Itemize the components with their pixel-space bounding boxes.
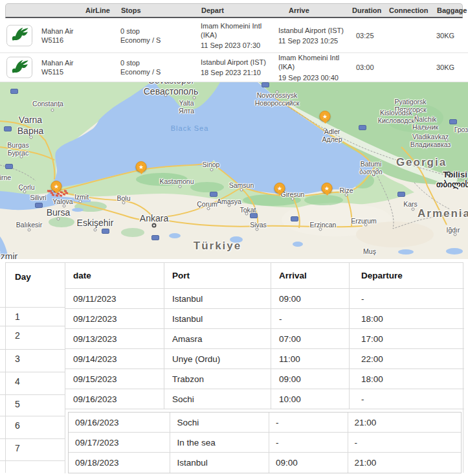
road-shield-icon — [102, 229, 109, 234]
star-icon: ★ — [139, 164, 144, 170]
city-dot — [179, 185, 182, 188]
day-number: 7 — [6, 439, 65, 461]
map-label--: Грозный — [454, 126, 468, 133]
cabin-class: Economy / S — [120, 67, 161, 76]
airline-logo — [6, 57, 32, 78]
map-label-burgas: BurgasБургас — [7, 141, 28, 157]
urban-area-mark — [49, 190, 52, 192]
map-label-edirne: Edirne — [0, 174, 11, 181]
port-cell: Sochi — [170, 413, 269, 432]
col-header-depart: Depart — [201, 6, 224, 14]
day-number: 6 — [6, 416, 65, 439]
map-label-yalta: YaltaЯлта — [179, 99, 194, 115]
map-label-kars: Kars — [403, 200, 418, 208]
airline-name: Mahan Air — [41, 26, 74, 35]
map-label-georgia: Georgia — [396, 156, 447, 169]
map-label-black-sea: Black Sea — [171, 124, 209, 133]
date-cell: 09/11/2023 — [65, 289, 164, 308]
col-header-connection: Connection — [389, 6, 429, 14]
day-number: 3 — [6, 350, 65, 372]
itinerary-row: 09/11/2023 Istanbul 09:00 - — [65, 289, 464, 309]
depart-cell: Istanbul Airport (IST) 18 Sep 2023 21:10 — [201, 58, 277, 78]
arrive-airport: Istanbul Airport (IST) — [278, 25, 355, 34]
road-shield-icon — [250, 213, 258, 218]
map-label-ankara: Ankara — [140, 213, 168, 224]
map-label-erzincan: Erzincan — [310, 221, 337, 229]
map-label-bursa: Bursa — [47, 207, 71, 218]
port-marker-trabzon[interactable]: ★ — [322, 183, 333, 194]
black-sea-map[interactable]: SevastopolСевастопольYaltaЯлтаConstanțaV… — [0, 82, 468, 259]
road-shield-icon — [10, 89, 18, 94]
airline-name-cell: Mahan Air W5115 — [41, 58, 74, 77]
city-dot — [324, 128, 327, 131]
city-dot — [319, 228, 322, 231]
map-label-varna: VarnaВарна — [17, 115, 43, 136]
arrival-cell: 09:00 — [271, 289, 350, 308]
map-label-kastamonu: Kastamonu — [159, 177, 194, 185]
port-cell: Istanbul — [164, 309, 271, 328]
arrive-time: 11 Sep 2023 10:25 — [278, 36, 355, 45]
itinerary-row: 09/16/2023 Sochi - 21:00 — [69, 413, 461, 433]
road-shield-icon — [359, 125, 366, 130]
map-label--orlu: Çorlu — [18, 183, 34, 191]
date-cell: 09/17/2023 — [69, 433, 170, 452]
depart-time: 18 Sep 2023 21:10 — [201, 68, 277, 77]
road-shield-icon — [397, 192, 405, 197]
city-dot — [345, 194, 348, 197]
arrive-cell: Istanbul Airport (IST) 11 Sep 2023 10:25 — [278, 25, 355, 45]
col-header-arrival: Arrival — [271, 263, 350, 288]
capital-dot — [152, 223, 157, 228]
map-label-sevastopol: SevastopolСевастополь — [144, 82, 199, 97]
map-label-t-rkiye: Türkiye — [194, 240, 241, 253]
arrival-cell: - — [269, 433, 348, 452]
road-shield-icon — [210, 192, 217, 197]
baggage-value: 30KG — [436, 63, 454, 72]
itinerary-row: 09/16/2023 Sochi 10:00 - — [65, 389, 464, 409]
map-label-sinop: Sinop — [203, 161, 220, 168]
city-dot — [364, 223, 368, 227]
airline-name-cell: Mahan Air W5116 — [41, 26, 74, 45]
star-icon: ★ — [54, 183, 59, 190]
port-marker-amasra[interactable]: ★ — [136, 161, 147, 172]
port-marker-istanbul[interactable]: ★ — [51, 181, 62, 192]
star-icon: ★ — [324, 185, 329, 192]
port-cell: Sochi — [164, 389, 271, 409]
departure-cell: 22:00 — [350, 349, 464, 368]
date-cell: 09/16/2023 — [69, 413, 170, 432]
urban-area-mark — [64, 190, 67, 192]
stops-value: 0 stop — [120, 26, 161, 35]
port-cell: Istanbul — [170, 453, 269, 473]
map-label-bal-kesir: Balıkesir — [16, 221, 42, 229]
city-dot — [23, 190, 27, 194]
depart-cell: Imam Khomeini Intl (IKA) 11 Sep 2023 07:… — [201, 21, 277, 50]
capital-dot — [447, 172, 451, 176]
itinerary-row: 09/13/2023 Amasra 07:00 17:00 — [65, 329, 464, 349]
map-label-sivas: Sivas — [250, 221, 267, 229]
map-label-armenia: Armenia — [418, 207, 468, 220]
departure-cell: - — [350, 289, 464, 308]
col-header-date: date — [65, 263, 164, 288]
city-dot — [79, 200, 82, 203]
urban-area-mark — [56, 194, 59, 197]
col-header-day: Day — [6, 263, 65, 308]
airline-name: Mahan Air — [41, 58, 74, 67]
port-marker-sochi[interactable]: ★ — [320, 111, 331, 122]
city-dot — [445, 139, 449, 142]
day-number: 4 — [6, 372, 65, 395]
departure-cell: 21:00 — [348, 413, 461, 432]
city-dot — [419, 110, 423, 113]
port-marker-unye-ordu-[interactable]: ★ — [274, 183, 285, 194]
stops-cell: 0 stop Economy / S — [120, 26, 161, 45]
date-cell: 09/18/2023 — [69, 453, 170, 473]
city-dot — [240, 188, 243, 192]
city-dot — [291, 198, 295, 201]
arrive-cell: Imam Khomeini Intl (IKA) 19 Sep 2023 00:… — [278, 53, 355, 82]
port-cell: Amasra — [164, 329, 271, 348]
city-dot — [20, 155, 23, 159]
city-dot — [193, 96, 196, 100]
city-dot — [57, 218, 60, 221]
col-header-airline: AirLine — [85, 6, 110, 14]
depart-airport: Imam Khomeini Intl (IKA) — [201, 21, 277, 40]
depart-time: 11 Sep 2023 07:30 — [201, 41, 277, 50]
map-label-silivri: Silivri — [30, 194, 46, 201]
